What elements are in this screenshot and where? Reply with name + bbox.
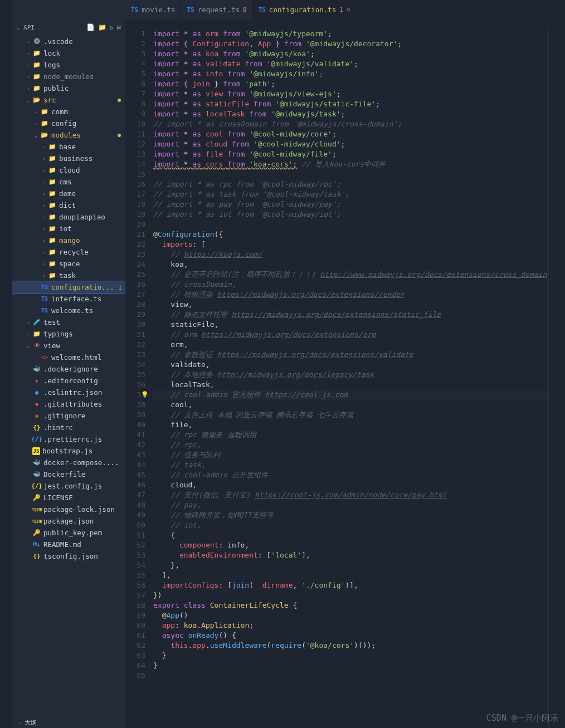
code-line-32[interactable]: orm, <box>153 340 548 350</box>
tree-item-test[interactable]: ›🧪test <box>12 316 125 328</box>
code-line-7[interactable]: import * as view from '@midwayjs/view-ej… <box>153 89 548 99</box>
code-line-53[interactable]: enabledEnvironment: ['local'], <box>153 550 548 560</box>
code-line-15[interactable] <box>153 169 548 179</box>
tree-item-iot[interactable]: ›📁iot <box>12 223 125 234</box>
tree-item-typings[interactable]: ›📁typings <box>12 328 125 340</box>
code-line-21[interactable]: @Configuration({ <box>153 229 548 240</box>
tree-item--vscode[interactable]: ›🅥.vscode <box>12 36 125 47</box>
code-line-12[interactable]: import * as cloud from '@cool-midway/clo… <box>153 139 548 149</box>
code-line-41[interactable]: // rpc 微服务 远程调用 <box>153 430 548 440</box>
code-line-24[interactable]: koa, <box>153 260 548 270</box>
tree-item-recycle[interactable]: ›📁recycle <box>12 246 125 258</box>
code-line-39[interactable]: // 文件上传 本地 阿里云存储 腾讯云存储 七牛云存储 <box>153 410 548 420</box>
tree-item-modules[interactable]: ⌄📂modules <box>12 129 125 141</box>
collapse-icon[interactable]: ⊟ <box>117 23 121 31</box>
tab-movie-ts[interactable]: TSmovie.ts <box>125 0 181 19</box>
code-line-54[interactable]: }, <box>153 560 548 570</box>
code-line-34[interactable]: validate, <box>153 360 548 370</box>
minimap[interactable] <box>548 29 565 728</box>
code-line-60[interactable]: app: koa.Application; <box>153 620 548 631</box>
code-line-9[interactable]: import * as localTask from '@midwayjs/ta… <box>153 109 548 119</box>
code-line-61[interactable]: async onReady() { <box>153 631 548 641</box>
code-line-29[interactable]: // 静态文件托管 https://midwayjs.org/docs/exte… <box>153 310 548 320</box>
code-line-33[interactable]: // 参数验证 https://midwayjs.org/docs/extens… <box>153 350 548 360</box>
tree-item-src[interactable]: ⌄📂src <box>12 94 125 106</box>
code-line-20[interactable] <box>153 219 548 229</box>
code-line-65[interactable] <box>153 671 548 681</box>
code-line-11[interactable]: import * as cool from '@cool-midway/core… <box>153 129 548 139</box>
tree-item-space[interactable]: ›📁space <box>12 258 125 270</box>
code-line-48[interactable]: // pay, <box>153 500 548 510</box>
code-line-18[interactable]: // import * as pay from '@cool-midway/pa… <box>153 199 548 209</box>
code-line-16[interactable]: // import * as rpc from '@cool-midway/rp… <box>153 179 548 189</box>
code-line-17[interactable]: // import * as task from '@cool-midway/t… <box>153 189 548 199</box>
tree-item-cms[interactable]: ›📁cms <box>12 176 125 188</box>
refresh-icon[interactable]: ↻ <box>110 23 114 31</box>
new-folder-icon[interactable]: 📁 <box>98 23 106 31</box>
tree-item-README-md[interactable]: M↓README.md <box>12 539 125 550</box>
code-line-26[interactable]: // crossDomain, <box>153 280 548 290</box>
tab-request-ts[interactable]: TSrequest.ts8 <box>181 0 252 19</box>
new-file-icon[interactable]: 📄 <box>86 23 95 31</box>
tree-item-package-json[interactable]: npmpackage.json <box>12 515 125 527</box>
code-line-31[interactable]: // orm https://midwayjs.org/docs/extensi… <box>153 330 548 340</box>
tree-item--editorconfig[interactable]: ✳.editorconfig <box>12 375 125 387</box>
tree-item-dict[interactable]: ›📁dict <box>12 199 125 211</box>
tree-item-business[interactable]: ›📁business <box>12 153 125 164</box>
tree-item-task[interactable]: ›📁task <box>12 270 125 281</box>
code-line-56[interactable]: importConfigs: [join(__dirname, './confi… <box>153 580 548 590</box>
code-line-22[interactable]: imports: [ <box>153 240 548 250</box>
tree-item-lock[interactable]: ›📁lock <box>12 47 125 59</box>
code-line-3[interactable]: import * as koa from '@midwayjs/koa'; <box>153 49 548 59</box>
tree-item--gitignore[interactable]: ◆.gitignore <box>12 410 125 422</box>
code-line-47[interactable]: // 支付(微信、支付宝) https://cool-js.com/admin/… <box>153 490 548 500</box>
tree-item-demo[interactable]: ›📁demo <box>12 188 125 199</box>
code-line-59[interactable]: @App() <box>153 610 548 620</box>
tree-item-node-modules[interactable]: ›📁node_modules <box>12 71 125 82</box>
tree-item-view[interactable]: ⌄👁view <box>12 340 125 351</box>
tree-item-base[interactable]: ›📁base <box>12 141 125 153</box>
tree-item-Dockerfile[interactable]: 🐳Dockerfile <box>12 468 125 480</box>
code-editor[interactable]: 1234567891011121314151617181920212223242… <box>125 19 565 728</box>
code-line-28[interactable]: view, <box>153 300 548 310</box>
code-line-5[interactable]: import * as info from '@midwayjs/info'; <box>153 69 548 79</box>
activity-bar[interactable] <box>0 0 12 728</box>
code-line-52[interactable]: component: info, <box>153 540 548 550</box>
code-line-38[interactable]: cool, <box>153 400 548 410</box>
file-tree[interactable]: ›🅥.vscode›📁lock›📁logs›📁node_modules›📁pub… <box>12 36 125 717</box>
code-line-27[interactable]: // 模板渲染 https://midwayjs.org/docs/extens… <box>153 290 548 300</box>
code-line-10[interactable]: // import * as crossDomain from '@midway… <box>153 119 548 129</box>
tree-item-LICENSE[interactable]: 🔑LICENSE <box>12 492 125 504</box>
code-line-58[interactable]: export class ContainerLifeCycle { <box>153 600 548 610</box>
tree-item-config[interactable]: ›📁config <box>12 118 125 129</box>
code-line-2[interactable]: import { Configuration, App } from '@mid… <box>153 39 548 49</box>
tree-item-doupiaopiao[interactable]: ›📁doupiaopiao <box>12 211 125 223</box>
code-line-4[interactable]: import * as validate from '@midwayjs/val… <box>153 59 548 69</box>
code-line-42[interactable]: // rpc, <box>153 440 548 450</box>
code-line-8[interactable]: import * as staticFile from '@midwayjs/s… <box>153 99 548 109</box>
code-line-62[interactable]: this.app.useMiddleware(require('@koa/cor… <box>153 641 548 651</box>
lightbulb-icon[interactable]: 💡 <box>141 390 149 400</box>
tree-item-logs[interactable]: ›📁logs <box>12 59 125 71</box>
tree-item--dockerignore[interactable]: 🐳.dockerignore <box>12 363 125 375</box>
tree-item-configuratio---[interactable]: TSconfiguratio...1 <box>12 281 125 293</box>
code-line-63[interactable]: } <box>153 651 548 661</box>
tree-item--hintrc[interactable]: {}.hintrc <box>12 422 125 433</box>
code-line-57[interactable]: }) <box>153 590 548 600</box>
tree-item-welcome-ts[interactable]: TSwelcome.ts <box>12 305 125 316</box>
code-line-51[interactable]: { <box>153 530 548 540</box>
section-header[interactable]: ⌄ API 📄 📁 ↻ ⊟ <box>12 19 125 36</box>
tree-item-public[interactable]: ›📁public <box>12 82 125 94</box>
code-line-43[interactable]: // 任务与队列 <box>153 450 548 460</box>
code-content[interactable]: import * as orm from '@midwayjs/typeorm'… <box>153 29 548 728</box>
code-line-46[interactable]: cloud, <box>153 480 548 490</box>
tree-item-tsconfig-json[interactable]: {}tsconfig.json <box>12 550 125 562</box>
code-line-6[interactable]: import { join } from 'path'; <box>153 79 548 89</box>
code-line-25[interactable]: // 是否开启跨域(注：顺序不能乱放！！！) http://www.midway… <box>153 270 548 280</box>
tab-bar[interactable]: TSmovie.tsTSrequest.ts8TSconfiguration.t… <box>12 0 357 19</box>
tree-item-public-key-pem[interactable]: 🔑public_key.pem <box>12 527 125 539</box>
tree-item-package-lock-json[interactable]: npmpackage-lock.json <box>12 504 125 515</box>
outline-section[interactable]: › 大纲 <box>12 717 125 728</box>
tree-item-docker-compose----[interactable]: 🐳docker-compose.... <box>12 457 125 468</box>
tree-item-welcome-html[interactable]: <>welcome.html <box>12 351 125 363</box>
